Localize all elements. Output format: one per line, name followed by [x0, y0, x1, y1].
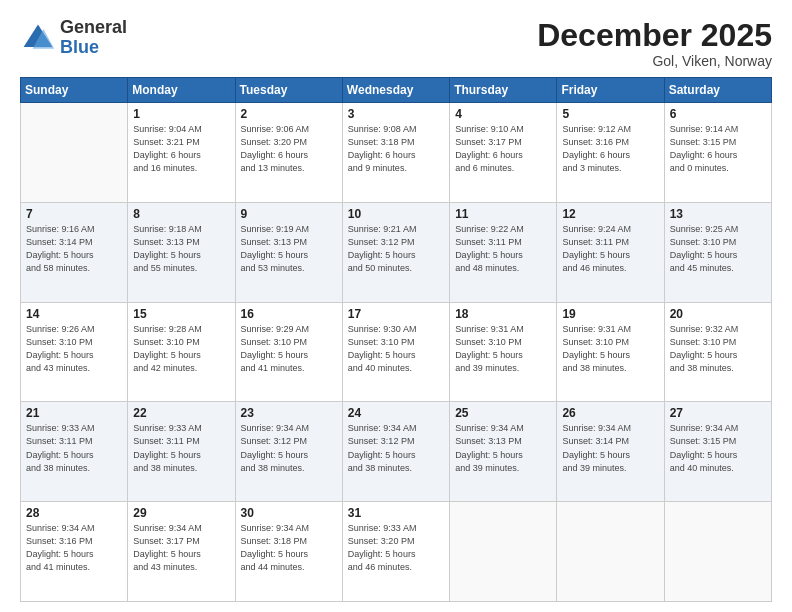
day-number: 7: [26, 207, 122, 221]
day-info: Sunrise: 9:10 AM Sunset: 3:17 PM Dayligh…: [455, 123, 551, 175]
day-info: Sunrise: 9:12 AM Sunset: 3:16 PM Dayligh…: [562, 123, 658, 175]
table-row: 4Sunrise: 9:10 AM Sunset: 3:17 PM Daylig…: [450, 103, 557, 203]
day-number: 22: [133, 406, 229, 420]
table-row: 5Sunrise: 9:12 AM Sunset: 3:16 PM Daylig…: [557, 103, 664, 203]
table-row: 16Sunrise: 9:29 AM Sunset: 3:10 PM Dayli…: [235, 302, 342, 402]
day-number: 11: [455, 207, 551, 221]
day-number: 8: [133, 207, 229, 221]
day-number: 29: [133, 506, 229, 520]
day-number: 18: [455, 307, 551, 321]
table-row: 8Sunrise: 9:18 AM Sunset: 3:13 PM Daylig…: [128, 202, 235, 302]
calendar-week-row: 21Sunrise: 9:33 AM Sunset: 3:11 PM Dayli…: [21, 402, 772, 502]
day-info: Sunrise: 9:33 AM Sunset: 3:11 PM Dayligh…: [133, 422, 229, 474]
day-info: Sunrise: 9:33 AM Sunset: 3:20 PM Dayligh…: [348, 522, 444, 574]
day-info: Sunrise: 9:19 AM Sunset: 3:13 PM Dayligh…: [241, 223, 337, 275]
day-number: 6: [670, 107, 766, 121]
day-info: Sunrise: 9:25 AM Sunset: 3:10 PM Dayligh…: [670, 223, 766, 275]
day-number: 26: [562, 406, 658, 420]
day-info: Sunrise: 9:29 AM Sunset: 3:10 PM Dayligh…: [241, 323, 337, 375]
day-number: 3: [348, 107, 444, 121]
logo-general-text: General: [60, 18, 127, 38]
table-row: 7Sunrise: 9:16 AM Sunset: 3:14 PM Daylig…: [21, 202, 128, 302]
col-thursday: Thursday: [450, 78, 557, 103]
table-row: [664, 502, 771, 602]
table-row: 20Sunrise: 9:32 AM Sunset: 3:10 PM Dayli…: [664, 302, 771, 402]
logo-blue-text: Blue: [60, 38, 127, 58]
day-number: 15: [133, 307, 229, 321]
day-info: Sunrise: 9:26 AM Sunset: 3:10 PM Dayligh…: [26, 323, 122, 375]
day-info: Sunrise: 9:08 AM Sunset: 3:18 PM Dayligh…: [348, 123, 444, 175]
table-row: 24Sunrise: 9:34 AM Sunset: 3:12 PM Dayli…: [342, 402, 449, 502]
day-number: 21: [26, 406, 122, 420]
day-info: Sunrise: 9:31 AM Sunset: 3:10 PM Dayligh…: [562, 323, 658, 375]
day-info: Sunrise: 9:33 AM Sunset: 3:11 PM Dayligh…: [26, 422, 122, 474]
header: General Blue December 2025 Gol, Viken, N…: [20, 18, 772, 69]
calendar-week-row: 1Sunrise: 9:04 AM Sunset: 3:21 PM Daylig…: [21, 103, 772, 203]
table-row: 28Sunrise: 9:34 AM Sunset: 3:16 PM Dayli…: [21, 502, 128, 602]
day-info: Sunrise: 9:16 AM Sunset: 3:14 PM Dayligh…: [26, 223, 122, 275]
day-number: 16: [241, 307, 337, 321]
table-row: 27Sunrise: 9:34 AM Sunset: 3:15 PM Dayli…: [664, 402, 771, 502]
day-number: 14: [26, 307, 122, 321]
day-number: 9: [241, 207, 337, 221]
table-row: 13Sunrise: 9:25 AM Sunset: 3:10 PM Dayli…: [664, 202, 771, 302]
table-row: 3Sunrise: 9:08 AM Sunset: 3:18 PM Daylig…: [342, 103, 449, 203]
table-row: 9Sunrise: 9:19 AM Sunset: 3:13 PM Daylig…: [235, 202, 342, 302]
day-info: Sunrise: 9:34 AM Sunset: 3:16 PM Dayligh…: [26, 522, 122, 574]
day-number: 1: [133, 107, 229, 121]
table-row: 14Sunrise: 9:26 AM Sunset: 3:10 PM Dayli…: [21, 302, 128, 402]
day-number: 10: [348, 207, 444, 221]
day-info: Sunrise: 9:34 AM Sunset: 3:14 PM Dayligh…: [562, 422, 658, 474]
table-row: 19Sunrise: 9:31 AM Sunset: 3:10 PM Dayli…: [557, 302, 664, 402]
table-row: 22Sunrise: 9:33 AM Sunset: 3:11 PM Dayli…: [128, 402, 235, 502]
calendar-table: Sunday Monday Tuesday Wednesday Thursday…: [20, 77, 772, 602]
table-row: 2Sunrise: 9:06 AM Sunset: 3:20 PM Daylig…: [235, 103, 342, 203]
day-number: 27: [670, 406, 766, 420]
day-number: 28: [26, 506, 122, 520]
day-info: Sunrise: 9:34 AM Sunset: 3:13 PM Dayligh…: [455, 422, 551, 474]
col-wednesday: Wednesday: [342, 78, 449, 103]
calendar-week-row: 14Sunrise: 9:26 AM Sunset: 3:10 PM Dayli…: [21, 302, 772, 402]
table-row: 10Sunrise: 9:21 AM Sunset: 3:12 PM Dayli…: [342, 202, 449, 302]
col-monday: Monday: [128, 78, 235, 103]
col-tuesday: Tuesday: [235, 78, 342, 103]
day-number: 25: [455, 406, 551, 420]
day-info: Sunrise: 9:06 AM Sunset: 3:20 PM Dayligh…: [241, 123, 337, 175]
day-info: Sunrise: 9:32 AM Sunset: 3:10 PM Dayligh…: [670, 323, 766, 375]
day-number: 23: [241, 406, 337, 420]
day-info: Sunrise: 9:34 AM Sunset: 3:12 PM Dayligh…: [348, 422, 444, 474]
calendar-week-row: 7Sunrise: 9:16 AM Sunset: 3:14 PM Daylig…: [21, 202, 772, 302]
day-number: 5: [562, 107, 658, 121]
title-block: December 2025 Gol, Viken, Norway: [537, 18, 772, 69]
day-info: Sunrise: 9:34 AM Sunset: 3:12 PM Dayligh…: [241, 422, 337, 474]
day-info: Sunrise: 9:24 AM Sunset: 3:11 PM Dayligh…: [562, 223, 658, 275]
logo-text: General Blue: [60, 18, 127, 58]
table-row: [450, 502, 557, 602]
day-number: 19: [562, 307, 658, 321]
day-info: Sunrise: 9:31 AM Sunset: 3:10 PM Dayligh…: [455, 323, 551, 375]
day-info: Sunrise: 9:30 AM Sunset: 3:10 PM Dayligh…: [348, 323, 444, 375]
day-number: 17: [348, 307, 444, 321]
col-sunday: Sunday: [21, 78, 128, 103]
table-row: 30Sunrise: 9:34 AM Sunset: 3:18 PM Dayli…: [235, 502, 342, 602]
table-row: [21, 103, 128, 203]
table-row: 26Sunrise: 9:34 AM Sunset: 3:14 PM Dayli…: [557, 402, 664, 502]
logo-icon: [20, 20, 56, 56]
table-row: 23Sunrise: 9:34 AM Sunset: 3:12 PM Dayli…: [235, 402, 342, 502]
table-row: 17Sunrise: 9:30 AM Sunset: 3:10 PM Dayli…: [342, 302, 449, 402]
table-row: 25Sunrise: 9:34 AM Sunset: 3:13 PM Dayli…: [450, 402, 557, 502]
col-saturday: Saturday: [664, 78, 771, 103]
day-info: Sunrise: 9:34 AM Sunset: 3:15 PM Dayligh…: [670, 422, 766, 474]
page: General Blue December 2025 Gol, Viken, N…: [0, 0, 792, 612]
day-info: Sunrise: 9:14 AM Sunset: 3:15 PM Dayligh…: [670, 123, 766, 175]
table-row: 6Sunrise: 9:14 AM Sunset: 3:15 PM Daylig…: [664, 103, 771, 203]
day-number: 12: [562, 207, 658, 221]
table-row: [557, 502, 664, 602]
day-number: 4: [455, 107, 551, 121]
logo: General Blue: [20, 18, 127, 58]
calendar-title: December 2025: [537, 18, 772, 53]
day-info: Sunrise: 9:28 AM Sunset: 3:10 PM Dayligh…: [133, 323, 229, 375]
calendar-header-row: Sunday Monday Tuesday Wednesday Thursday…: [21, 78, 772, 103]
table-row: 12Sunrise: 9:24 AM Sunset: 3:11 PM Dayli…: [557, 202, 664, 302]
day-number: 20: [670, 307, 766, 321]
